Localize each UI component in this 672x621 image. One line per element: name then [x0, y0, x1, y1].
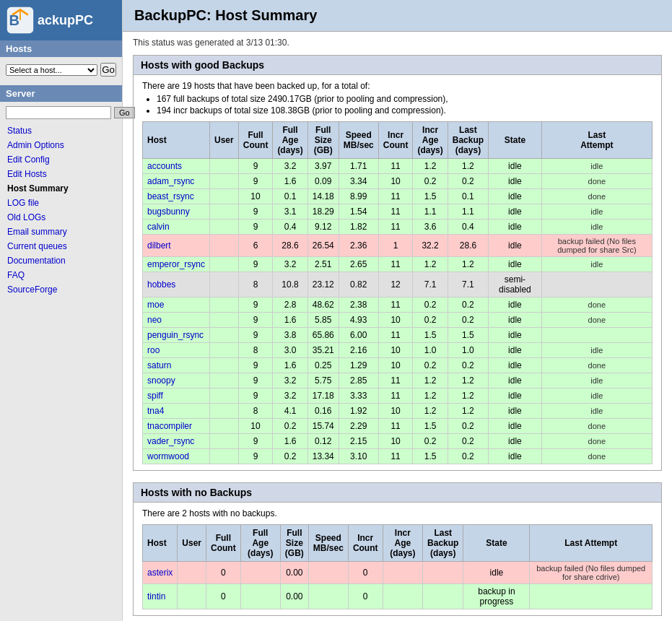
full-size-cell: 35.21: [307, 343, 339, 358]
full-count-cell: 9: [238, 358, 273, 373]
logo-area: B ackupPC: [0, 0, 122, 40]
incr-age-cell: 0.2: [413, 434, 448, 449]
host-link[interactable]: emperor_rsync: [147, 259, 205, 269]
sidebar-link-admin[interactable]: Admin Options: [0, 138, 122, 152]
user-cell: [210, 419, 239, 434]
incr-count-cell: 10: [378, 358, 413, 373]
state-cell: idle: [489, 235, 542, 257]
user-cell: [210, 343, 239, 358]
good-backups-summary: There are 19 hosts that have been backed…: [142, 81, 653, 91]
user-cell: [210, 404, 239, 419]
state-cell: idle: [489, 449, 542, 464]
full-size-cell: 0.00: [280, 562, 308, 584]
th-user: User: [210, 122, 239, 159]
th2-incr-count: IncrCount: [348, 525, 383, 562]
host-link[interactable]: tintin: [147, 591, 165, 602]
host-link[interactable]: tnacompiler: [147, 421, 192, 431]
speed-cell: 3.33: [339, 388, 378, 404]
state-cell: semi-disabled: [489, 272, 542, 298]
host-link[interactable]: penguin_rsync: [147, 330, 204, 340]
sidebar-link-oldlogs[interactable]: Old LOGs: [0, 210, 122, 225]
last-attempt-cell: backup failed (No files dumped for share…: [541, 235, 652, 257]
host-link[interactable]: bugsbunny: [147, 207, 190, 217]
table-row: tintin 0 0.00 0 backup in progress: [143, 584, 653, 609]
full-count-cell: 8: [238, 272, 273, 298]
host-link[interactable]: tna4: [147, 406, 164, 416]
full-size-cell: 3.97: [307, 159, 339, 174]
full-count-cell: 9: [238, 313, 273, 328]
th2-full-age: Full Age(days): [240, 525, 280, 562]
host-link[interactable]: calvin: [147, 222, 170, 232]
no-backups-summary: There are 2 hosts with no backups.: [142, 508, 653, 518]
host-link[interactable]: beast_rsync: [147, 191, 194, 201]
host-cell: calvin: [143, 220, 210, 235]
host-cell: emperor_rsync: [143, 257, 210, 272]
last-attempt-cell: idle: [541, 220, 652, 235]
hosts-section-title: Hosts: [0, 40, 122, 57]
th-host: Host: [143, 122, 210, 159]
state-cell: idle: [489, 388, 542, 404]
last-attempt-cell: done: [541, 358, 652, 373]
speed-cell: 6.00: [339, 328, 378, 343]
speed-cell: 1.82: [339, 220, 378, 235]
host-link[interactable]: dilbert: [147, 240, 171, 251]
good-backups-bullets: 167 full backups of total size 2490.17GB…: [157, 94, 653, 116]
full-size-cell: 5.75: [307, 373, 339, 388]
state-cell: idle: [489, 189, 542, 204]
last-attempt-cell: done: [541, 419, 652, 434]
th-last-attempt: LastAttempt: [541, 122, 652, 159]
user-cell: [210, 298, 239, 313]
state-cell: idle: [489, 220, 542, 235]
sidebar-link-editconfig[interactable]: Edit Config: [0, 152, 122, 167]
host-link[interactable]: hobbes: [147, 279, 175, 290]
speed-cell: 2.16: [339, 343, 378, 358]
sidebar-link-edithosts[interactable]: Edit Hosts: [0, 167, 122, 181]
user-cell: [210, 257, 239, 272]
host-link[interactable]: vader_rsync: [147, 436, 194, 446]
incr-age-cell: 0.2: [413, 174, 448, 189]
sidebar-link-logfile[interactable]: LOG file: [0, 196, 122, 210]
sidebar-link-documentation[interactable]: Documentation: [0, 253, 122, 268]
speed-cell: [308, 584, 348, 609]
sidebar-link-status[interactable]: Status: [0, 123, 122, 138]
last-backup-cell: 1.2: [448, 373, 488, 388]
user-cell: [210, 328, 239, 343]
incr-age-cell: 7.1: [413, 272, 448, 298]
host-link[interactable]: moe: [147, 300, 164, 310]
incr-age-cell: 1.2: [413, 388, 448, 404]
user-cell: [210, 189, 239, 204]
host-link[interactable]: saturn: [147, 360, 171, 370]
last-attempt-cell: backup failed (No files dumped for share…: [530, 562, 653, 584]
host-link[interactable]: accounts: [147, 161, 182, 171]
table-row: spiff 9 3.2 17.18 3.33 11 1.2 1.2 idle i…: [143, 388, 653, 404]
full-age-cell: 2.8: [273, 298, 307, 313]
host-link[interactable]: adam_rsync: [147, 176, 194, 186]
sidebar-link-currentqueues[interactable]: Current queues: [0, 239, 122, 253]
sidebar-link-hostsummary[interactable]: Host Summary: [0, 181, 122, 196]
go-button[interactable]: Go: [100, 63, 116, 77]
last-backup-cell: 1.2: [448, 159, 488, 174]
host-link[interactable]: spiff: [147, 391, 163, 401]
last-backup-cell: [423, 584, 463, 609]
host-link[interactable]: asterix: [147, 568, 173, 578]
host-link[interactable]: wormwood: [147, 451, 189, 461]
th-speed: SpeedMB/sec: [339, 122, 378, 159]
th2-last-backup: LastBackup(days): [423, 525, 463, 562]
good-backups-section: Hosts with good Backups There are 19 hos…: [133, 55, 662, 471]
main-content-area: BackupPC: Host Summary This status was g…: [123, 0, 672, 621]
speed-cell: 2.65: [339, 257, 378, 272]
host-link[interactable]: neo: [147, 315, 162, 325]
full-size-cell: 48.62: [307, 298, 339, 313]
host-link[interactable]: snoopy: [147, 375, 175, 386]
last-backup-cell: 1.2: [448, 404, 488, 419]
search-input[interactable]: [6, 106, 111, 119]
speed-cell: 2.85: [339, 373, 378, 388]
incr-count-cell: 10: [378, 434, 413, 449]
host-select[interactable]: Select a host...: [6, 64, 97, 76]
sidebar-link-faq[interactable]: FAQ: [0, 268, 122, 282]
speed-cell: 4.93: [339, 313, 378, 328]
sidebar-link-sourceforge[interactable]: SourceForge: [0, 282, 122, 297]
sidebar-link-emailsummary[interactable]: Email summary: [0, 225, 122, 239]
full-count-cell: 6: [238, 235, 273, 257]
host-link[interactable]: roo: [147, 345, 160, 355]
